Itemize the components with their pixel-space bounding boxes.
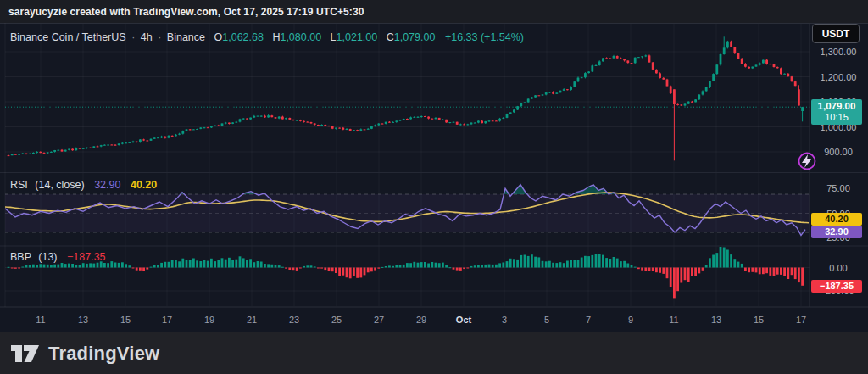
rsi-ma-badge: 40.20 bbox=[811, 213, 862, 226]
bbp-pane[interactable] bbox=[5, 247, 810, 306]
legend-separator: · bbox=[131, 31, 135, 43]
change-value: +16.33 (+1.54%) bbox=[445, 31, 524, 43]
high-value: 1,080.00 bbox=[280, 31, 321, 43]
tradingview-logo-mark bbox=[11, 343, 42, 365]
footer-bar: TradingView bbox=[0, 332, 868, 374]
bbp-name: BBP bbox=[10, 251, 31, 263]
rsi-value: 32.90 bbox=[94, 179, 120, 191]
bbp-params: (13) bbox=[38, 251, 57, 263]
bbp-legend[interactable]: BBP (13) −187.35 bbox=[10, 251, 106, 263]
price-pane[interactable] bbox=[5, 24, 810, 171]
tradingview-logo[interactable]: TradingView bbox=[11, 343, 159, 365]
tradingview-snapshot: sarayucyzie created with TradingView.com… bbox=[0, 0, 868, 374]
tradingview-logo-text: TradingView bbox=[48, 343, 159, 365]
open-value: 1,062.68 bbox=[222, 31, 264, 43]
symbol-name: Binance Coin / TetherUS bbox=[10, 31, 126, 43]
symbol-legend[interactable]: Binance Coin / TetherUS · 4h · Binance O… bbox=[10, 31, 524, 43]
last-price-badge: 1,079.00 10:15 bbox=[811, 99, 862, 125]
currency-badge[interactable]: USDT bbox=[812, 24, 860, 43]
legend-separator: · bbox=[158, 31, 161, 43]
low-value: 1,021.00 bbox=[337, 31, 378, 43]
rsi-legend[interactable]: RSI (14, close) 32.90 40.20 bbox=[10, 179, 157, 191]
last-price-value: 1,079.00 bbox=[811, 101, 862, 112]
symbol-interval: 4h bbox=[141, 31, 153, 43]
open-label: O bbox=[214, 31, 223, 43]
bbp-value: −187.35 bbox=[67, 251, 106, 263]
time-scale[interactable] bbox=[5, 307, 810, 332]
bar-countdown: 10:15 bbox=[811, 112, 862, 123]
rsi-name: RSI bbox=[10, 179, 28, 191]
rsi-value-badge: 32.90 bbox=[811, 226, 862, 238]
rsi-ma-value: 40.20 bbox=[131, 179, 157, 191]
low-label: L bbox=[331, 31, 337, 43]
bbp-value-badge: −187.35 bbox=[811, 280, 862, 293]
rsi-params: (14, close) bbox=[35, 179, 84, 191]
price-scale[interactable] bbox=[810, 44, 868, 307]
symbol-exchange: Binance bbox=[167, 31, 205, 43]
close-label: C bbox=[387, 31, 394, 43]
close-value: 1,079.00 bbox=[394, 31, 436, 43]
